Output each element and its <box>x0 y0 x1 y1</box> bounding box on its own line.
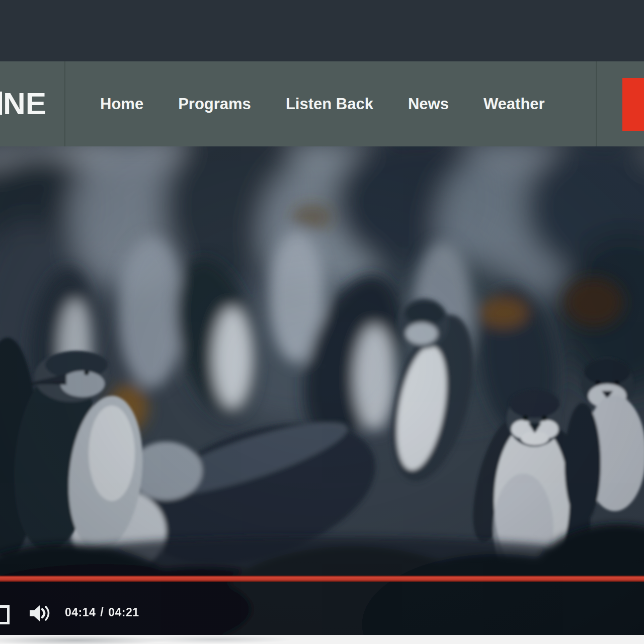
penguin-colony-photo <box>0 146 644 635</box>
video-player[interactable]: 04:14/04:21 <box>0 146 644 635</box>
site-header: NE Home Programs Listen Back News Weathe… <box>0 61 644 146</box>
volume-icon[interactable] <box>29 605 51 622</box>
top-strip <box>0 0 644 61</box>
nav-item-weather[interactable]: Weather <box>484 95 545 113</box>
duration-time: 04:21 <box>108 606 139 619</box>
video-progress-bar[interactable] <box>0 576 644 582</box>
nav-item-home[interactable]: Home <box>100 95 143 113</box>
nav-divider-right <box>596 61 597 146</box>
page: NE Home Programs Listen Back News Weathe… <box>0 0 644 644</box>
pause-icon[interactable] <box>0 605 10 624</box>
nav-item-news[interactable]: News <box>408 95 449 113</box>
nav-divider-left <box>64 61 65 146</box>
nav-item-listen-back[interactable]: Listen Back <box>286 95 373 113</box>
cta-button-partial[interactable] <box>622 78 644 131</box>
logo-letter-fragment <box>0 92 2 115</box>
main-nav: Home Programs Listen Back News Weather <box>100 61 545 146</box>
site-logo[interactable]: NE <box>0 61 64 146</box>
time-separator: / <box>100 606 104 619</box>
elapsed-time: 04:14 <box>65 606 96 619</box>
nav-item-programs[interactable]: Programs <box>178 95 251 113</box>
video-controls: 04:14/04:21 <box>0 602 644 626</box>
page-background-strip <box>0 635 644 644</box>
video-time: 04:14/04:21 <box>65 606 139 619</box>
logo-text: NE <box>3 86 46 121</box>
